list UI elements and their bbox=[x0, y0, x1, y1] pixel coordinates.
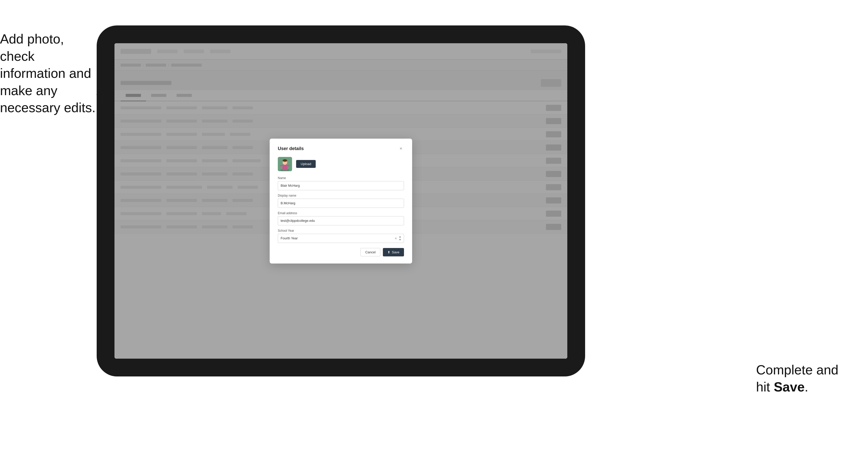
email-label: Email address bbox=[278, 211, 404, 215]
name-input[interactable] bbox=[278, 181, 404, 190]
name-field-group: Name bbox=[278, 176, 404, 190]
modal-close-button[interactable]: × bbox=[398, 146, 404, 152]
email-field-group: Email address bbox=[278, 211, 404, 225]
modal-title-row: User details × bbox=[278, 146, 404, 152]
school-year-arrow-icon[interactable]: ▲ ▼ bbox=[399, 235, 401, 241]
user-photo-image bbox=[278, 157, 292, 171]
modal-title: User details bbox=[278, 146, 304, 151]
modal-overlay: User details × bbox=[115, 43, 567, 359]
svg-point-7 bbox=[283, 159, 287, 162]
school-year-clear-icon[interactable]: × bbox=[395, 236, 397, 240]
save-button[interactable]: ⬆ Save bbox=[383, 248, 404, 256]
tablet-device: / / bbox=[97, 25, 585, 376]
svg-rect-5 bbox=[282, 164, 287, 170]
photo-row: Upload bbox=[278, 157, 404, 171]
display-name-field-group: Display name bbox=[278, 194, 404, 208]
name-label: Name bbox=[278, 176, 404, 180]
user-details-modal: User details × bbox=[270, 138, 412, 263]
app-background: / / bbox=[115, 43, 567, 359]
user-photo-thumbnail bbox=[278, 157, 292, 171]
display-name-label: Display name bbox=[278, 194, 404, 197]
modal-footer: Cancel ⬆ Save bbox=[278, 248, 404, 256]
school-year-input[interactable] bbox=[278, 234, 404, 243]
annotation-left: Add photo, check information and make an… bbox=[0, 31, 97, 117]
school-year-label: School Year bbox=[278, 229, 404, 232]
email-input[interactable] bbox=[278, 216, 404, 225]
school-year-field-group: School Year × ▲ ▼ bbox=[278, 229, 404, 243]
cancel-button[interactable]: Cancel bbox=[361, 248, 380, 256]
save-button-label: Save bbox=[392, 250, 399, 254]
tablet-screen: / / bbox=[115, 43, 567, 359]
display-name-input[interactable] bbox=[278, 199, 404, 208]
annotation-right: Complete and hit Save. bbox=[756, 362, 863, 396]
upload-photo-button[interactable]: Upload bbox=[296, 160, 316, 168]
school-year-wrapper: × ▲ ▼ bbox=[278, 234, 404, 243]
save-icon: ⬆ bbox=[388, 250, 390, 254]
